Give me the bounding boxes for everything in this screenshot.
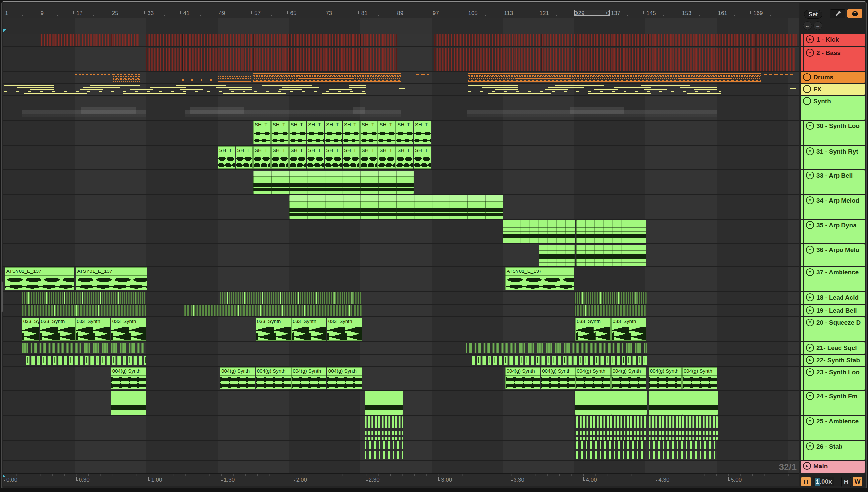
track-header-26-stab[interactable]: ▼26 - Stab	[804, 441, 865, 460]
fold-icon[interactable]: ▼	[806, 122, 814, 130]
back-button[interactable]: ←	[803, 21, 812, 30]
clip-pattern-stripesb[interactable]	[22, 305, 146, 316]
clip-pattern-tallstripes[interactable]	[649, 416, 718, 440]
track-header-18-lead-acid[interactable]: ▶18 - Lead Acid	[804, 292, 865, 304]
clip-pattern-grid2[interactable]	[577, 245, 647, 266]
clip-pattern-stripesa[interactable]	[220, 292, 362, 303]
clip-033-synth[interactable]: 033_Synth	[40, 318, 75, 341]
clip-pattern-druma[interactable]	[75, 72, 113, 82]
clip-pattern-redticks[interactable]	[146, 34, 396, 46]
clip-004-g-synth[interactable]: 004(g) Synth	[327, 367, 362, 389]
track-header-33-arp-bell[interactable]: ▼33 - Arp Bell	[804, 170, 865, 194]
playback-speed-display[interactable]: 1.00x	[813, 477, 834, 486]
clip-sh-t[interactable]: SH_T	[325, 121, 342, 144]
clip-pattern-band2[interactable]	[111, 391, 147, 415]
track-header-fx[interactable]: ≡FX	[801, 84, 865, 95]
clip-pattern-ghost[interactable]	[22, 96, 146, 119]
clip-pattern-redticks[interactable]	[40, 34, 139, 46]
fold-icon[interactable]: ▼	[806, 417, 814, 425]
clip-pattern-grid[interactable]	[503, 220, 575, 243]
loop-region-marker[interactable]: ▷ ◁	[574, 9, 610, 16]
clip-atsy01-e-137[interactable]: ATSY01_E_137	[5, 267, 74, 290]
clip-004-g-synth[interactable]: 004(g) Synth	[576, 367, 611, 389]
track-header-30-synth-loo[interactable]: ▼30 - Synth Loo	[804, 121, 865, 145]
clip-sh-t[interactable]: SH_T	[218, 146, 235, 169]
clip-004-g-synth[interactable]: 004(g) Synth	[291, 367, 326, 389]
fold-icon[interactable]: ▼	[806, 49, 814, 57]
lane-36-arpo-melo[interactable]	[3, 244, 799, 266]
clip-pattern-grid2[interactable]	[539, 245, 575, 266]
clip-pattern-drumc[interactable]	[218, 72, 251, 82]
clip-sh-t[interactable]: SH_T	[378, 121, 395, 144]
clip-pattern-stripesb[interactable]	[184, 305, 363, 316]
clip-pattern-ghost[interactable]	[467, 96, 717, 119]
track-header-synth[interactable]: ≡Synth	[801, 96, 865, 120]
fold-icon[interactable]: ▼	[806, 319, 814, 326]
clip-pattern-bands[interactable]	[289, 195, 503, 219]
audition-mode-button[interactable]	[801, 477, 811, 486]
clip-004-g-synth[interactable]: 004(g) Synth	[111, 367, 146, 389]
track-header-drums[interactable]: ≡Drums	[801, 72, 865, 83]
forward-button[interactable]: →	[813, 21, 822, 30]
fold-icon[interactable]: ▼	[806, 196, 814, 204]
group-icon[interactable]: ≡	[803, 73, 811, 81]
play-icon[interactable]: ▶	[806, 356, 814, 364]
clip-004-g-synth[interactable]: 004(g) Synth	[256, 367, 291, 389]
play-icon[interactable]: ▶	[806, 344, 814, 352]
vertical-scrollbar[interactable]	[1, 281, 3, 312]
clip-033-synth[interactable]: 033_Synth	[611, 318, 647, 341]
track-header-2-bass[interactable]: ▼2 - Bass	[804, 47, 865, 71]
clip-pattern-fxdash[interactable]	[399, 84, 407, 94]
clip-sh-t[interactable]: SH_T	[360, 121, 378, 144]
clip-pattern-druma2[interactable]	[113, 72, 140, 82]
clip-pattern-stripesa[interactable]	[576, 292, 647, 303]
clip-pattern-tallstripes[interactable]	[577, 416, 647, 440]
height-zoom-button[interactable]: H	[842, 477, 851, 487]
clip-sh-t[interactable]: SH_T	[378, 146, 395, 169]
clip-pattern-band2[interactable]	[611, 391, 647, 415]
fold-icon[interactable]: ▼	[806, 147, 814, 155]
clip-033-synth[interactable]: 033_Synth	[75, 318, 110, 341]
clip-004-g-synth[interactable]: 004(g) Synth	[649, 367, 682, 389]
clip-sh-t[interactable]: SH_T	[271, 121, 288, 144]
draw-mode-button[interactable]	[830, 9, 845, 18]
track-header-19-lead-bell[interactable]: ▶19 - Lead Bell	[804, 305, 865, 316]
fold-icon[interactable]: ▼	[806, 221, 814, 229]
clip-sh-t[interactable]: SH_T	[414, 121, 431, 144]
lane-main[interactable]	[3, 461, 799, 473]
track-header-36-arpo-melo[interactable]: ▼36 - Arpo Melo	[804, 244, 865, 266]
clip-pattern-bands[interactable]	[254, 171, 414, 194]
clip-sh-t[interactable]: SH_T	[236, 146, 253, 169]
clip-pattern-drumd[interactable]	[254, 72, 401, 82]
clip-sh-t[interactable]: SH_T	[325, 146, 342, 169]
clip-033-synth[interactable]: 033_Synth	[576, 318, 611, 341]
track-header-main[interactable]: ▶Main	[801, 461, 865, 473]
clip-pattern-redticks[interactable]	[434, 48, 795, 71]
clip-033-synth[interactable]: 033_Synth	[327, 318, 362, 341]
clip-004-g-synth[interactable]: 004(g) Synth	[611, 367, 647, 389]
track-header-21-lead-sqcl[interactable]: ▶21- Lead Sqcl	[804, 342, 865, 353]
lock-envelopes-button[interactable]	[847, 9, 862, 18]
fold-icon[interactable]: ▼	[806, 268, 814, 276]
clip-pattern-sparsestripes[interactable]	[365, 441, 402, 459]
clip-pattern-band2[interactable]	[649, 391, 682, 415]
group-icon[interactable]: ≡	[803, 85, 811, 93]
clip-pattern-cells[interactable]	[26, 355, 146, 366]
clip-pattern-drumd[interactable]	[468, 72, 761, 82]
fold-icon[interactable]: ▼	[806, 442, 814, 450]
insert-marker-icon[interactable]	[3, 29, 6, 33]
clip-pattern-drumtop[interactable]	[416, 72, 429, 82]
clip-sh-t[interactable]: SH_T	[289, 146, 306, 169]
clip-pattern-vbars[interactable]	[466, 343, 647, 353]
clip-sh-t[interactable]: SH_T	[343, 146, 360, 169]
clip-sh-t[interactable]: SH_T	[360, 146, 378, 169]
fold-icon[interactable]: ▼	[806, 368, 814, 376]
track-header-25-ambience[interactable]: ▼25 - Ambience	[804, 416, 865, 440]
clip-pattern-redticks[interactable]	[434, 34, 798, 46]
clip-sh-t[interactable]: SH_T	[414, 146, 431, 169]
clip-sh-t[interactable]: SH_T	[254, 146, 271, 169]
clip-pattern-ghost[interactable]	[185, 96, 365, 119]
clip-pattern-band2[interactable]	[365, 391, 402, 415]
clip-pattern-ghost[interactable]	[365, 96, 401, 119]
track-header-35-arp-dyna[interactable]: ▼35 - Arp Dyna	[804, 220, 865, 243]
